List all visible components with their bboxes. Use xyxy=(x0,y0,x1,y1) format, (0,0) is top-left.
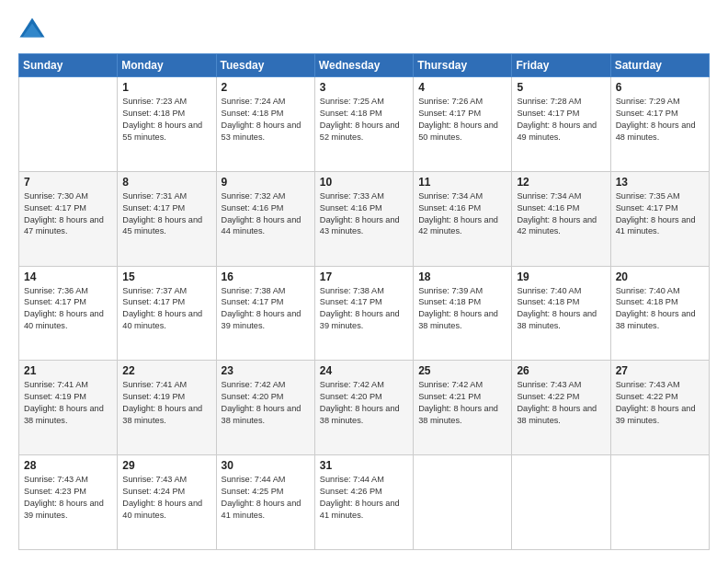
day-number: 26 xyxy=(517,364,605,377)
day-info: Sunrise: 7:42 AM Sunset: 4:21 PM Dayligh… xyxy=(418,379,506,427)
page: SundayMondayTuesdayWednesdayThursdayFrid… xyxy=(0,0,728,563)
sunrise-label: Sunrise: 7:33 AM xyxy=(320,191,384,201)
sunrise-label: Sunrise: 7:43 AM xyxy=(122,475,187,484)
day-info: Sunrise: 7:33 AM Sunset: 4:16 PM Dayligh… xyxy=(320,190,408,238)
calendar-cell: 25 Sunrise: 7:42 AM Sunset: 4:21 PM Dayl… xyxy=(414,361,512,455)
week-row-4: 21 Sunrise: 7:41 AM Sunset: 4:19 PM Dayl… xyxy=(19,361,710,455)
daylight-label: Daylight: 8 hours and 38 minutes. xyxy=(222,404,301,425)
calendar-cell: 28 Sunrise: 7:43 AM Sunset: 4:23 PM Dayl… xyxy=(19,455,118,550)
day-number: 15 xyxy=(122,270,210,283)
day-number: 2 xyxy=(222,81,310,94)
calendar-cell: 19 Sunrise: 7:40 AM Sunset: 4:18 PM Dayl… xyxy=(512,266,610,361)
sunrise-label: Sunrise: 7:40 AM xyxy=(616,286,680,295)
day-info: Sunrise: 7:32 AM Sunset: 4:16 PM Dayligh… xyxy=(222,190,310,238)
day-number: 14 xyxy=(24,270,112,283)
day-info: Sunrise: 7:41 AM Sunset: 4:19 PM Dayligh… xyxy=(122,379,210,427)
weekday-header-tuesday: Tuesday xyxy=(216,54,314,77)
sunset-label: Sunset: 4:19 PM xyxy=(24,392,86,401)
daylight-label: Daylight: 8 hours and 40 minutes. xyxy=(24,309,104,330)
weekday-header-saturday: Saturday xyxy=(610,54,709,77)
sunrise-label: Sunrise: 7:37 AM xyxy=(122,286,187,295)
sunset-label: Sunset: 4:17 PM xyxy=(24,297,86,306)
day-info: Sunrise: 7:25 AM Sunset: 4:18 PM Dayligh… xyxy=(320,96,408,144)
day-info: Sunrise: 7:40 AM Sunset: 4:18 PM Dayligh… xyxy=(517,285,605,333)
sunrise-label: Sunrise: 7:30 AM xyxy=(24,191,88,201)
day-number: 25 xyxy=(418,364,506,377)
day-number: 13 xyxy=(616,176,704,189)
day-info: Sunrise: 7:43 AM Sunset: 4:24 PM Dayligh… xyxy=(122,474,210,522)
daylight-label: Daylight: 8 hours and 38 minutes. xyxy=(616,309,696,330)
daylight-label: Daylight: 8 hours and 52 minutes. xyxy=(320,121,400,142)
sunrise-label: Sunrise: 7:44 AM xyxy=(222,475,286,484)
day-info: Sunrise: 7:42 AM Sunset: 4:20 PM Dayligh… xyxy=(320,379,408,427)
day-info: Sunrise: 7:34 AM Sunset: 4:16 PM Dayligh… xyxy=(418,190,506,238)
calendar-cell: 3 Sunrise: 7:25 AM Sunset: 4:18 PM Dayli… xyxy=(314,77,413,172)
sunset-label: Sunset: 4:23 PM xyxy=(24,487,86,496)
sunrise-label: Sunrise: 7:41 AM xyxy=(24,380,88,389)
logo xyxy=(18,17,50,44)
daylight-label: Daylight: 8 hours and 38 minutes. xyxy=(418,404,498,425)
day-info: Sunrise: 7:43 AM Sunset: 4:23 PM Dayligh… xyxy=(24,474,112,522)
sunset-label: Sunset: 4:16 PM xyxy=(418,203,481,213)
day-number: 9 xyxy=(222,176,310,189)
calendar-cell: 4 Sunrise: 7:26 AM Sunset: 4:17 PM Dayli… xyxy=(414,77,512,172)
sunset-label: Sunset: 4:18 PM xyxy=(517,297,579,306)
day-info: Sunrise: 7:35 AM Sunset: 4:17 PM Dayligh… xyxy=(616,190,704,238)
day-info: Sunrise: 7:29 AM Sunset: 4:17 PM Dayligh… xyxy=(616,96,704,144)
day-number: 1 xyxy=(122,81,210,94)
daylight-label: Daylight: 8 hours and 41 minutes. xyxy=(320,499,400,520)
day-info: Sunrise: 7:43 AM Sunset: 4:22 PM Dayligh… xyxy=(616,379,704,427)
day-info: Sunrise: 7:23 AM Sunset: 4:18 PM Dayligh… xyxy=(122,96,210,144)
calendar-cell: 18 Sunrise: 7:39 AM Sunset: 4:18 PM Dayl… xyxy=(414,266,512,361)
daylight-label: Daylight: 8 hours and 48 minutes. xyxy=(616,121,696,142)
calendar-table: SundayMondayTuesdayWednesdayThursdayFrid… xyxy=(18,53,710,550)
sunset-label: Sunset: 4:18 PM xyxy=(616,297,678,306)
day-number: 18 xyxy=(418,270,506,283)
calendar-cell: 7 Sunrise: 7:30 AM Sunset: 4:17 PM Dayli… xyxy=(19,171,118,266)
calendar-cell: 16 Sunrise: 7:38 AM Sunset: 4:17 PM Dayl… xyxy=(216,266,314,361)
daylight-label: Daylight: 8 hours and 50 minutes. xyxy=(418,121,498,142)
day-number: 28 xyxy=(24,459,112,472)
day-number: 8 xyxy=(122,176,210,189)
day-number: 16 xyxy=(222,270,310,283)
sunrise-label: Sunrise: 7:42 AM xyxy=(222,380,286,389)
calendar-cell: 24 Sunrise: 7:42 AM Sunset: 4:20 PM Dayl… xyxy=(314,361,413,455)
day-number: 22 xyxy=(122,364,210,377)
sunrise-label: Sunrise: 7:39 AM xyxy=(418,286,483,295)
sunset-label: Sunset: 4:17 PM xyxy=(222,297,284,306)
day-info: Sunrise: 7:39 AM Sunset: 4:18 PM Dayligh… xyxy=(418,285,506,333)
daylight-label: Daylight: 8 hours and 41 minutes. xyxy=(616,215,696,236)
sunset-label: Sunset: 4:20 PM xyxy=(222,392,284,401)
sunset-label: Sunset: 4:24 PM xyxy=(122,487,185,496)
sunrise-label: Sunrise: 7:32 AM xyxy=(222,191,286,201)
weekday-header-row: SundayMondayTuesdayWednesdayThursdayFrid… xyxy=(19,54,710,77)
day-number: 17 xyxy=(320,270,408,283)
daylight-label: Daylight: 8 hours and 42 minutes. xyxy=(517,215,597,236)
daylight-label: Daylight: 8 hours and 55 minutes. xyxy=(122,121,202,142)
sunrise-label: Sunrise: 7:34 AM xyxy=(418,191,483,201)
day-info: Sunrise: 7:26 AM Sunset: 4:17 PM Dayligh… xyxy=(418,96,506,144)
daylight-label: Daylight: 8 hours and 38 minutes. xyxy=(320,404,400,425)
calendar-cell: 22 Sunrise: 7:41 AM Sunset: 4:19 PM Dayl… xyxy=(118,361,216,455)
day-info: Sunrise: 7:43 AM Sunset: 4:22 PM Dayligh… xyxy=(517,379,605,427)
sunset-label: Sunset: 4:18 PM xyxy=(418,297,481,306)
day-info: Sunrise: 7:42 AM Sunset: 4:20 PM Dayligh… xyxy=(222,379,310,427)
sunset-label: Sunset: 4:26 PM xyxy=(320,487,382,496)
calendar-cell: 17 Sunrise: 7:38 AM Sunset: 4:17 PM Dayl… xyxy=(314,266,413,361)
sunrise-label: Sunrise: 7:35 AM xyxy=(616,191,680,201)
daylight-label: Daylight: 8 hours and 42 minutes. xyxy=(418,215,498,236)
sunset-label: Sunset: 4:16 PM xyxy=(320,203,382,213)
day-info: Sunrise: 7:38 AM Sunset: 4:17 PM Dayligh… xyxy=(320,285,408,333)
day-number: 24 xyxy=(320,364,408,377)
day-number: 3 xyxy=(320,81,408,94)
daylight-label: Daylight: 8 hours and 39 minutes. xyxy=(320,309,400,330)
calendar-cell: 6 Sunrise: 7:29 AM Sunset: 4:17 PM Dayli… xyxy=(610,77,709,172)
sunset-label: Sunset: 4:17 PM xyxy=(616,109,678,118)
sunrise-label: Sunrise: 7:25 AM xyxy=(320,97,384,106)
calendar-cell: 29 Sunrise: 7:43 AM Sunset: 4:24 PM Dayl… xyxy=(118,455,216,550)
daylight-label: Daylight: 8 hours and 40 minutes. xyxy=(122,309,202,330)
sunrise-label: Sunrise: 7:38 AM xyxy=(320,286,384,295)
sunrise-label: Sunrise: 7:23 AM xyxy=(122,97,187,106)
daylight-label: Daylight: 8 hours and 39 minutes. xyxy=(222,309,301,330)
daylight-label: Daylight: 8 hours and 41 minutes. xyxy=(222,499,301,520)
